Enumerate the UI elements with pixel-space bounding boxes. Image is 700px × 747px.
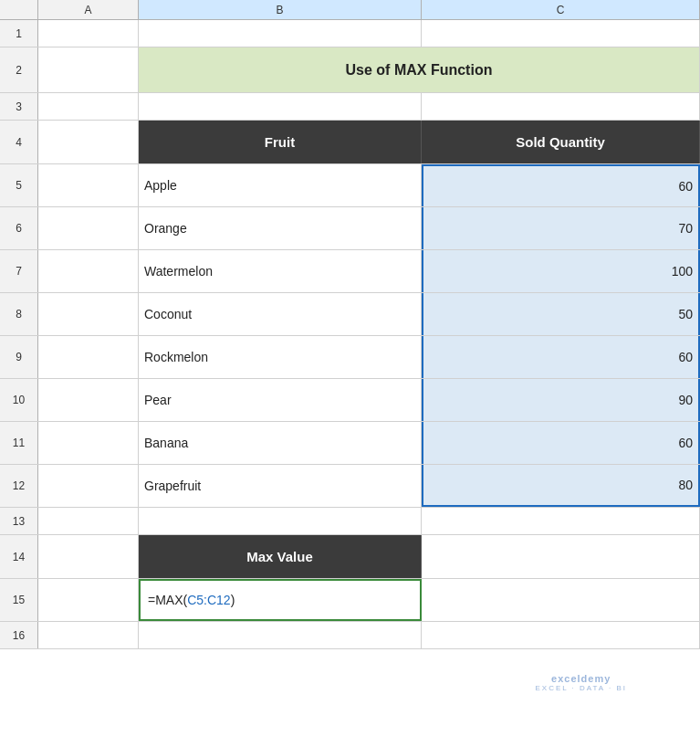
row-1: 1	[0, 20, 700, 47]
title-cell: Use of MAX Function	[139, 47, 700, 92]
row-15: 15 =MAX(C5:C12)	[0, 579, 700, 622]
row-6: 6 Orange 70	[0, 207, 700, 250]
cell-a5[interactable]	[38, 164, 139, 206]
quantity-header: Sold Quantity	[422, 121, 700, 163]
cell-c7[interactable]: 100	[422, 250, 700, 292]
watermark: exceldemy EXCEL · DATA · BI	[535, 673, 627, 692]
cell-b8[interactable]: Coconut	[139, 293, 422, 335]
cell-a15[interactable]	[38, 579, 139, 621]
cell-a9[interactable]	[38, 336, 139, 378]
watermark-name: exceldemy	[551, 673, 611, 684]
row-9: 9 Rockmelon 60	[0, 336, 700, 379]
row-num-11: 11	[0, 422, 38, 464]
cell-c16[interactable]	[422, 622, 700, 648]
row-7: 7 Watermelon 100	[0, 250, 700, 293]
formula-prefix: =MAX(	[148, 593, 187, 607]
cell-b12[interactable]: Grapefruit	[139, 465, 422, 507]
cell-b9[interactable]: Rockmelon	[139, 336, 422, 378]
cell-a6[interactable]	[38, 207, 139, 249]
cell-b7[interactable]: Watermelon	[139, 250, 422, 292]
cell-c5[interactable]: 60	[422, 164, 700, 206]
row-10: 10 Pear 90	[0, 379, 700, 422]
col-header-a[interactable]: A	[38, 0, 139, 19]
row-num-10: 10	[0, 379, 38, 421]
cell-c14[interactable]	[422, 535, 700, 578]
row-11: 11 Banana 60	[0, 422, 700, 465]
row-num-6: 6	[0, 207, 38, 249]
row-num-16: 16	[0, 622, 38, 648]
row-num-7: 7	[0, 250, 38, 292]
cell-c13[interactable]	[422, 508, 700, 534]
cell-a11[interactable]	[38, 422, 139, 464]
cell-b13[interactable]	[139, 508, 422, 534]
row-num-3: 3	[0, 93, 38, 120]
row-num-4: 4	[0, 121, 38, 163]
row-3: 3	[0, 93, 700, 121]
formula-range: C5:C12	[187, 593, 230, 607]
row-14: 14 Max Value	[0, 535, 700, 579]
formula-suffix: )	[231, 593, 235, 607]
cell-a13[interactable]	[38, 508, 139, 534]
row-2: 2 Use of MAX Function	[0, 47, 700, 93]
cell-a3[interactable]	[38, 93, 139, 120]
row-16: 16	[0, 622, 700, 649]
cell-c3[interactable]	[422, 93, 700, 120]
formula-cell[interactable]: =MAX(C5:C12)	[139, 579, 422, 621]
row-num-5: 5	[0, 164, 38, 206]
cell-a14[interactable]	[38, 535, 139, 578]
row-13: 13	[0, 508, 700, 535]
row-num-15: 15	[0, 579, 38, 621]
cell-a7[interactable]	[38, 250, 139, 292]
cell-a4[interactable]	[38, 121, 139, 163]
cell-c9[interactable]: 60	[422, 336, 700, 378]
watermark-tagline: EXCEL · DATA · BI	[535, 684, 627, 692]
cell-c10[interactable]: 90	[422, 379, 700, 421]
cell-b6[interactable]: Orange	[139, 207, 422, 249]
row-num-9: 9	[0, 336, 38, 378]
row-num-12: 12	[0, 465, 38, 507]
row-4-header: 4 Fruit Sold Quantity	[0, 121, 700, 164]
cell-a8[interactable]	[38, 293, 139, 335]
row-num-14: 14	[0, 535, 38, 578]
row-5: 5 Apple 60	[0, 164, 700, 207]
cell-b5[interactable]: Apple	[139, 164, 422, 206]
row-num-13: 13	[0, 508, 38, 534]
cell-c12[interactable]: 80	[422, 465, 700, 507]
max-value-header: Max Value	[139, 535, 422, 578]
row-12: 12 Grapefruit 80	[0, 465, 700, 508]
cell-b11[interactable]: Banana	[139, 422, 422, 464]
cell-c11[interactable]: 60	[422, 422, 700, 464]
cell-c8[interactable]: 50	[422, 293, 700, 335]
fruit-header: Fruit	[139, 121, 422, 163]
corner-cell	[0, 0, 38, 19]
cell-a16[interactable]	[38, 622, 139, 648]
cell-b16[interactable]	[139, 622, 422, 648]
cell-c1[interactable]	[422, 20, 700, 47]
row-num-1: 1	[0, 20, 38, 47]
row-num-2: 2	[0, 47, 38, 92]
cell-a1[interactable]	[38, 20, 139, 47]
row-8: 8 Coconut 50	[0, 293, 700, 336]
col-header-c[interactable]: C	[422, 0, 700, 19]
col-header-b[interactable]: B	[139, 0, 422, 19]
cell-a10[interactable]	[38, 379, 139, 421]
column-headers: A B C	[0, 0, 700, 20]
cell-b3[interactable]	[139, 93, 422, 120]
cell-b10[interactable]: Pear	[139, 379, 422, 421]
cell-c15[interactable]	[422, 579, 700, 621]
row-num-8: 8	[0, 293, 38, 335]
cell-a2[interactable]	[38, 47, 139, 92]
cell-a12[interactable]	[38, 465, 139, 507]
cell-b1[interactable]	[139, 20, 422, 47]
cell-c6[interactable]: 70	[422, 207, 700, 249]
